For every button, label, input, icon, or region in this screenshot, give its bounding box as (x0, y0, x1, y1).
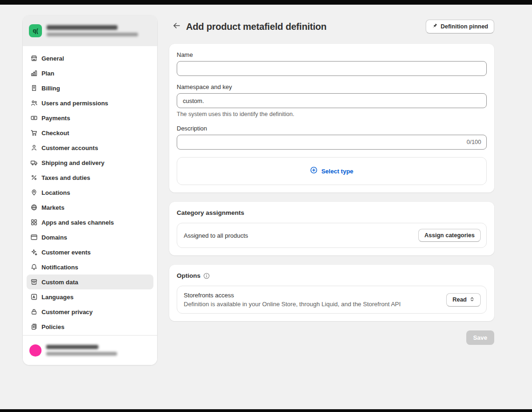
document-icon (30, 323, 38, 330)
user-email-redacted (46, 352, 117, 356)
storefronts-access-description: Definition is available in your Online S… (184, 301, 401, 308)
sidebar-item-shipping-and-delivery[interactable]: Shipping and delivery (27, 155, 153, 170)
sidebar-item-payments[interactable]: Payments (27, 110, 153, 125)
category-assignments-title-row: Category assignments (177, 209, 487, 216)
storefronts-access-title: Storefronts access (184, 292, 401, 299)
save-row: Save (169, 330, 494, 345)
definition-pinned-button[interactable]: Definition pinned (426, 20, 494, 34)
sidebar-item-notifications[interactable]: Notifications (27, 260, 153, 275)
lock-icon (30, 308, 38, 316)
globe-icon (30, 204, 38, 211)
store-avatar: q( (29, 24, 42, 37)
window-bottom-bar (0, 409, 532, 412)
options-title-row: Options (177, 272, 487, 279)
sidebar-item-customer-privacy[interactable]: Customer privacy (27, 304, 153, 319)
sidebar-item-label: Locations (41, 189, 70, 196)
sidebar-item-billing[interactable]: Billing (27, 81, 153, 96)
sidebar-item-checkout[interactable]: Checkout (27, 125, 153, 140)
sidebar-item-policies[interactable]: Policies (27, 319, 153, 334)
user-avatar (29, 344, 41, 357)
sidebar-item-general[interactable]: General (27, 51, 153, 66)
sidebar-item-label: Shipping and delivery (41, 159, 104, 166)
store-domain-redacted (47, 33, 138, 36)
sidebar-item-apps-and-sales-channels[interactable]: Apps and sales channels (27, 215, 153, 230)
apps-grid-icon (30, 219, 38, 226)
sidebar-item-label: Checkout (41, 130, 69, 137)
save-button[interactable]: Save (466, 330, 494, 345)
options-title: Options (177, 272, 200, 279)
main-content: Add product metafield definition Definit… (169, 19, 494, 345)
definition-card: Name Namespace and key The system uses t… (169, 44, 494, 192)
category-status-text: Assigned to all products (184, 232, 248, 239)
user-identity-redacted (46, 345, 117, 356)
sidebar-item-plan[interactable]: Plan (27, 66, 153, 81)
options-card: Options Storefronts access Definition is… (169, 265, 494, 321)
category-assignments-title: Category assignments (177, 209, 244, 216)
name-field-group: Name (177, 51, 487, 76)
settings-sidebar: q( GeneralPlanBillingUsers and permissio… (23, 15, 157, 365)
chart-icon (30, 69, 38, 77)
sidebar-item-label: Payments (41, 115, 70, 122)
sidebar-item-markets[interactable]: Markets (27, 200, 153, 215)
sidebar-item-customer-accounts[interactable]: Customer accounts (27, 140, 153, 155)
sidebar-item-label: Policies (41, 323, 64, 330)
assign-categories-button[interactable]: Assign categories (418, 229, 481, 242)
sidebar-item-label: Plan (41, 70, 54, 77)
plus-circle-icon (310, 166, 318, 176)
name-input[interactable] (177, 61, 487, 76)
category-assignments-box: Assigned to all products Assign categori… (177, 223, 487, 248)
user-footer[interactable] (23, 335, 157, 365)
sidebar-item-label: Domains (41, 234, 67, 241)
name-label: Name (177, 51, 487, 58)
sidebar-item-languages[interactable]: Languages (27, 289, 153, 304)
translate-icon (30, 293, 38, 301)
description-field-group: Description 0/100 (177, 125, 487, 150)
sidebar-item-taxes-and-duties[interactable]: Taxes and duties (27, 170, 153, 185)
truck-icon (30, 159, 38, 166)
settings-nav: GeneralPlanBillingUsers and permissionsP… (23, 46, 157, 334)
receipt-icon (30, 84, 38, 92)
sidebar-item-label: Markets (41, 204, 64, 211)
percent-icon (30, 174, 38, 181)
store-name-redacted (47, 25, 117, 30)
user-name-redacted (46, 345, 98, 349)
description-input[interactable] (177, 135, 487, 150)
sidebar-item-label: Apps and sales channels (41, 219, 114, 226)
namespace-label: Namespace and key (177, 83, 487, 90)
storefronts-access-text: Storefronts access Definition is availab… (184, 292, 401, 308)
sidebar-item-label: Notifications (41, 264, 78, 271)
sidebar-item-locations[interactable]: Locations (27, 185, 153, 200)
storefronts-access-value: Read (452, 296, 467, 303)
sidebar-item-customer-events[interactable]: Customer events (27, 245, 153, 260)
payments-icon (30, 114, 38, 122)
select-type-button[interactable]: Select type (177, 157, 487, 185)
assign-categories-label: Assign categories (424, 232, 475, 239)
description-label: Description (177, 125, 487, 132)
sidebar-item-label: Users and permissions (41, 100, 108, 107)
sidebar-item-label: Languages (41, 294, 74, 301)
store-icon (30, 55, 38, 62)
sidebar-item-custom-data[interactable]: Custom data (27, 275, 153, 289)
sidebar-item-label: Customer accounts (41, 144, 98, 151)
description-input-wrap: 0/100 (177, 135, 487, 150)
browser-icon (30, 233, 38, 241)
namespace-input[interactable] (177, 93, 487, 108)
namespace-field-group: Namespace and key The system uses this t… (177, 83, 487, 117)
sparkle-icon (30, 248, 38, 256)
save-label: Save (473, 334, 487, 341)
cart-icon (30, 129, 38, 137)
sidebar-item-label: Customer privacy (41, 309, 93, 316)
storefronts-access-box: Storefronts access Definition is availab… (177, 286, 487, 314)
back-arrow-icon (172, 21, 180, 32)
sidebar-item-label: Taxes and duties (41, 174, 90, 181)
storefronts-access-select[interactable]: Read (446, 293, 481, 307)
info-icon[interactable] (203, 273, 210, 279)
sidebar-item-label: Customer events (41, 249, 90, 256)
bell-icon (30, 263, 38, 271)
users-icon (30, 99, 38, 107)
namespace-help-text: The system uses this to identify the def… (177, 111, 487, 117)
window-top-bar (0, 0, 532, 5)
sidebar-item-users-and-permissions[interactable]: Users and permissions (27, 96, 153, 110)
sidebar-item-domains[interactable]: Domains (27, 230, 153, 245)
back-button[interactable] (169, 20, 182, 33)
